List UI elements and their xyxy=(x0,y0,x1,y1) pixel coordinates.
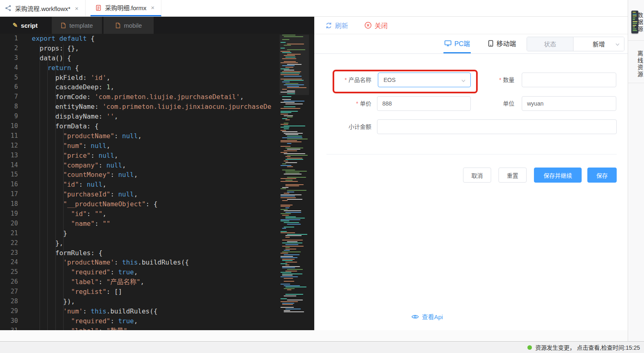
code-line: 18 "__productNameObject": { xyxy=(0,199,314,209)
code-area[interactable]: 1export default {2 props: {},3 data() {4… xyxy=(0,34,314,330)
refresh-icon xyxy=(325,22,332,29)
tab-gap xyxy=(86,0,90,16)
rail-item-label: 离线资源 xyxy=(628,51,644,78)
view-api-link[interactable]: 查看Api xyxy=(411,312,443,321)
statusbar: 资源发生变更， 点击查看,检查时间:15:25 xyxy=(0,342,644,353)
subtotal-input[interactable] xyxy=(377,119,617,134)
form-preview-panel: 刷新 关闭 PC端 移动端 状态 xyxy=(314,17,628,330)
code-line: 29 'num': this.buildRules({ xyxy=(0,307,314,316)
file-tab-workflow[interactable]: 采购流程.workflowx* × xyxy=(0,0,86,16)
code-line: 27 "regList": [] xyxy=(0,287,314,297)
state-dropdown[interactable]: 新增 xyxy=(573,37,624,51)
tab-pc[interactable]: PC端 xyxy=(443,34,471,53)
product-name-value: EOS xyxy=(384,77,396,83)
close-label: 关闭 xyxy=(375,20,388,30)
code-line: 12 "num": null, xyxy=(0,141,314,151)
editor-tab-label: template xyxy=(69,22,93,29)
file-tab-form[interactable]: 采购明细.formx × xyxy=(90,0,161,16)
close-button[interactable]: 关闭 xyxy=(364,20,388,30)
code-line: 6 cascadeDeep: 1, xyxy=(0,82,314,92)
template-file-icon xyxy=(61,22,66,29)
code-line: 10 formData: { xyxy=(0,121,314,131)
code-editor-panel: ✎ script template mobile 1export default… xyxy=(0,17,314,330)
resource-rail: 数据源 离线资源 xyxy=(628,0,644,342)
editor-tab-mobile[interactable]: mobile xyxy=(104,17,154,34)
browser-tabbar: 采购流程.workflowx* × 采购明细.formx × xyxy=(0,0,628,17)
workflow-icon xyxy=(5,5,11,11)
editor-tab-label: mobile xyxy=(124,22,142,29)
code-line: 13 "price": null, xyxy=(0,151,314,161)
unit-input[interactable] xyxy=(522,96,616,111)
code-line: 4 return { xyxy=(0,63,314,73)
editor-tab-template[interactable]: template xyxy=(52,17,102,34)
cancel-button[interactable]: 取消 xyxy=(463,168,491,183)
reset-button[interactable]: 重置 xyxy=(498,168,527,183)
product-name-select[interactable]: EOS xyxy=(378,73,471,87)
code-line: 20 "name": "" xyxy=(0,219,314,229)
tab-close-icon[interactable]: × xyxy=(74,5,79,12)
code-line: 3 data() { xyxy=(0,53,314,63)
tab-mobile-device[interactable]: 移动端 xyxy=(487,34,517,53)
tab-mobile-label: 移动端 xyxy=(496,38,516,48)
code-line: 1export default { xyxy=(0,34,314,44)
code-lines: 1export default {2 props: {},3 data() {4… xyxy=(0,34,314,330)
code-line: 16 "id": null, xyxy=(0,180,314,190)
state-value: 新增 xyxy=(593,40,605,48)
editor-tab-script[interactable]: ✎ script xyxy=(0,17,50,34)
code-line: 26 "label": "产品名称", xyxy=(0,277,314,287)
tab-close-icon[interactable]: × xyxy=(150,4,155,11)
code-line: 22 }, xyxy=(0,238,314,248)
state-selector: 状态 新增 xyxy=(527,37,624,51)
preview-toolbar: 刷新 关闭 xyxy=(314,17,628,34)
mobile-file-icon xyxy=(115,22,121,29)
field-label-unit: 单位 xyxy=(474,96,514,111)
chevron-down-icon xyxy=(615,42,620,47)
file-tab-label: 采购明细.formx xyxy=(105,3,147,12)
code-line: 11 "productName": null, xyxy=(0,131,314,141)
widget-stripes xyxy=(632,12,638,31)
divider xyxy=(326,154,617,154)
tab-pc-label: PC端 xyxy=(454,38,470,48)
code-line: 19 "id": "", xyxy=(0,209,314,219)
status-dot-icon xyxy=(527,345,532,350)
refresh-button[interactable]: 刷新 xyxy=(325,20,348,30)
price-input[interactable] xyxy=(377,96,471,111)
code-line: 2 props: {}, xyxy=(0,44,314,53)
code-line: 24 'productName': this.buildRules({ xyxy=(0,258,314,267)
file-tab-label: 采购流程.workflowx* xyxy=(15,4,71,13)
code-line: 23 formRules: { xyxy=(0,248,314,258)
field-label-price: *单价 xyxy=(331,96,371,111)
required-asterisk: * xyxy=(499,77,501,83)
editor-tab-label: script xyxy=(21,22,37,29)
field-label-subtotal: 小计金额 xyxy=(331,119,371,134)
required-asterisk: * xyxy=(345,77,347,83)
field-label-quantity: *数量 xyxy=(474,73,514,87)
minimap-widget xyxy=(631,11,638,33)
save-button[interactable]: 保存 xyxy=(587,168,617,183)
rail-item-offline-resources[interactable]: 离线资源 xyxy=(628,41,644,83)
required-asterisk: * xyxy=(356,100,358,107)
chevron-down-icon xyxy=(461,78,466,84)
state-label: 状态 xyxy=(527,37,573,51)
phone-icon xyxy=(488,40,494,47)
view-api-label: 查看Api xyxy=(422,312,443,321)
editor-tabbar: ✎ script template mobile xyxy=(0,17,314,34)
code-line: 21 } xyxy=(0,229,314,238)
quantity-input[interactable] xyxy=(522,73,616,87)
save-and-continue-button[interactable]: 保存并继续 xyxy=(534,168,582,183)
close-circle-icon xyxy=(364,22,372,29)
bottom-strip xyxy=(0,330,628,342)
code-line: 8 entityName: 'com.primeton.liujie.jinxi… xyxy=(0,102,314,112)
code-line: 17 "purchaseId": null, xyxy=(0,190,314,199)
status-message[interactable]: 资源发生变更， 点击查看,检查时间:15:25 xyxy=(535,343,640,351)
code-line: 7 formCode: 'com.primeton.liujie.jpurcha… xyxy=(0,92,314,102)
code-line: 31 "label": "数量" xyxy=(0,326,314,330)
device-tabs: PC端 移动端 状态 新增 xyxy=(314,34,628,54)
code-line: 25 "required": true, xyxy=(0,267,314,277)
code-line: 14 "company": null, xyxy=(0,161,314,170)
form-file-icon xyxy=(95,4,101,11)
refresh-label: 刷新 xyxy=(335,20,348,30)
code-line: 28 }), xyxy=(0,297,314,307)
pencil-icon: ✎ xyxy=(13,22,18,29)
form-canvas: *产品名称 EOS *数量 *单价 单位 小计金额 取消 重置 保存并继续 保存 xyxy=(314,54,628,330)
